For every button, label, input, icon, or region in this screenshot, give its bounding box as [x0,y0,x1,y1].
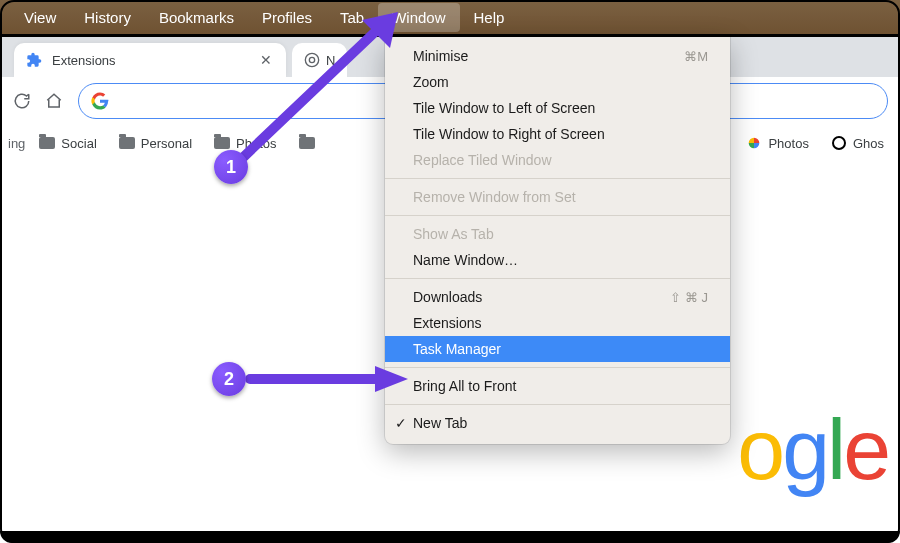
menu-item-replace-tiled-window: Replace Tiled Window [385,147,730,173]
menu-item-zoom[interactable]: Zoom [385,69,730,95]
svg-point-0 [305,53,318,66]
menu-item-tile-window-to-right-of-screen[interactable]: Tile Window to Right of Screen [385,121,730,147]
menu-item-remove-window-from-set: Remove Window from Set [385,184,730,210]
menu-item-task-manager[interactable]: Task Manager [385,336,730,362]
menu-item-show-as-tab: Show As Tab [385,221,730,247]
bookmark-personal[interactable]: Personal [111,132,200,155]
menu-item-label: Remove Window from Set [413,189,576,205]
folder-icon [214,137,230,149]
menu-item-label: Tile Window to Left of Screen [413,100,595,116]
macos-menubar: View History Bookmarks Profiles Tab Wind… [0,0,900,37]
circle-icon [831,135,847,151]
google-photos-icon [746,135,762,151]
menu-shortcut: ⇧ ⌘ J [670,290,708,305]
extension-icon [26,52,42,68]
google-logo: ogle [737,400,888,499]
folder-icon [299,137,315,149]
menu-item-label: Zoom [413,74,449,90]
menu-item-tile-window-to-left-of-screen[interactable]: Tile Window to Left of Screen [385,95,730,121]
menu-shortcut: ⌘M [684,49,708,64]
reload-icon[interactable] [12,91,32,111]
menu-item-new-tab[interactable]: ✓New Tab [385,410,730,436]
svg-point-1 [309,57,314,62]
menu-view[interactable]: View [10,3,70,32]
menu-profiles[interactable]: Profiles [248,3,326,32]
menu-item-label: Name Window… [413,252,518,268]
tab-next[interactable]: N [292,43,347,77]
menu-window[interactable]: Window [378,3,459,32]
menu-item-name-window-[interactable]: Name Window… [385,247,730,273]
menu-item-extensions[interactable]: Extensions [385,310,730,336]
menu-item-label: Tile Window to Right of Screen [413,126,605,142]
folder-icon [39,137,55,149]
window-menu-dropdown: Minimise⌘MZoomTile Window to Left of Scr… [385,37,730,444]
annotation-badge-2: 2 [212,362,246,396]
menu-bookmarks[interactable]: Bookmarks [145,3,248,32]
menu-item-bring-all-to-front[interactable]: Bring All to Front [385,373,730,399]
menu-item-minimise[interactable]: Minimise⌘M [385,43,730,69]
menu-item-label: Task Manager [413,341,501,357]
menu-item-label: Bring All to Front [413,378,517,394]
home-icon[interactable] [44,91,64,111]
menu-tab[interactable]: Tab [326,3,378,32]
screenshot-frame-bottom [0,531,900,543]
check-icon: ✓ [395,415,407,431]
bookmark-social[interactable]: Social [31,132,104,155]
bookmark-cut: ing [8,136,25,151]
bookmark-hidden[interactable] [291,133,323,153]
menu-item-downloads[interactable]: Downloads⇧ ⌘ J [385,284,730,310]
bookmark-ghostery[interactable]: Ghos [823,131,892,155]
folder-icon [119,137,135,149]
menu-item-label: Extensions [413,315,481,331]
tab-extensions[interactable]: Extensions ✕ [14,43,286,77]
google-g-icon [91,92,109,110]
menu-item-label: Downloads [413,289,482,305]
svg-point-2 [833,137,845,149]
close-tab-icon[interactable]: ✕ [256,50,276,70]
menu-item-label: Show As Tab [413,226,494,242]
bookmark-photos-r[interactable]: Photos [738,131,816,155]
menu-item-label: Minimise [413,48,468,64]
menu-item-label: New Tab [413,415,467,431]
chrome-icon [304,52,320,68]
menu-history[interactable]: History [70,3,145,32]
tab-title: Extensions [52,53,116,68]
tab-next-letter: N [326,53,335,68]
menu-help[interactable]: Help [460,3,519,32]
annotation-badge-1: 1 [214,150,248,184]
menu-item-label: Replace Tiled Window [413,152,552,168]
bookmark-photos[interactable]: Photos [206,132,284,155]
